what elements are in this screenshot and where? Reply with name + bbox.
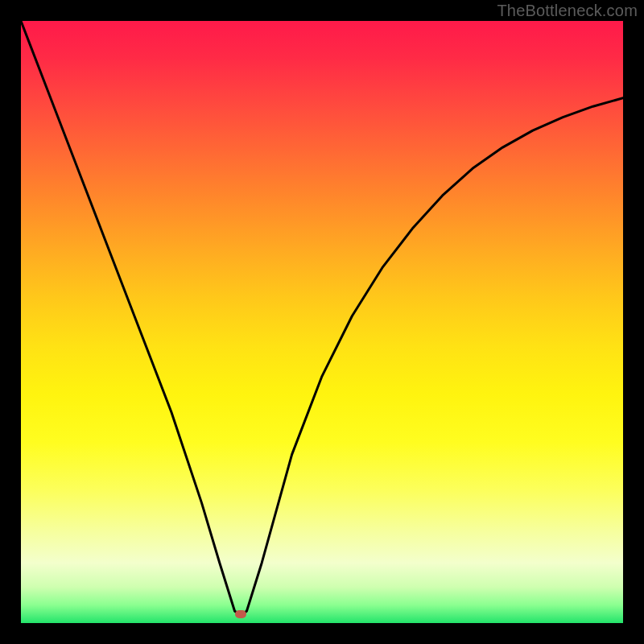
optimal-point-marker [235,610,246,618]
watermark-text: TheBottleneck.com [497,2,638,20]
bottleneck-curve [21,21,623,616]
curve-layer [21,21,623,623]
chart-canvas: TheBottleneck.com [0,0,644,644]
plot-area [21,21,623,623]
